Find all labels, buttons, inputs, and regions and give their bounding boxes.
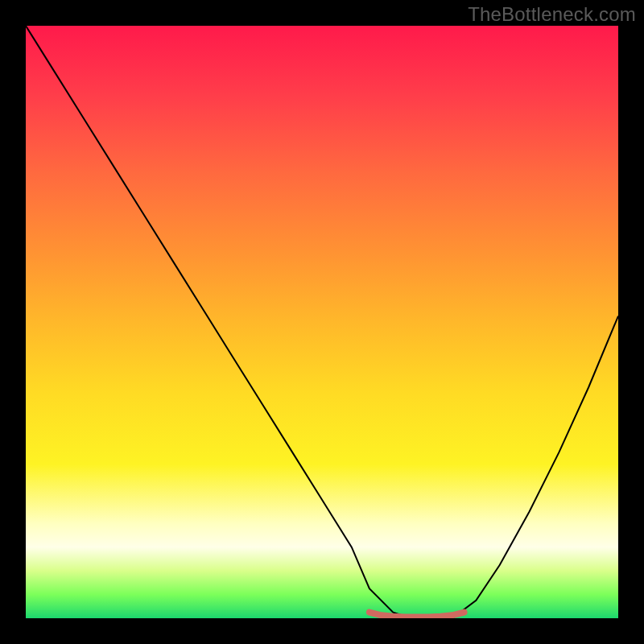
bottleneck-curve bbox=[26, 26, 618, 618]
optimal-zone-marker bbox=[369, 613, 464, 617]
watermark-label: TheBottleneck.com bbox=[468, 3, 636, 26]
curve-layer bbox=[26, 26, 618, 618]
chart-stage: TheBottleneck.com bbox=[0, 0, 644, 644]
plot-area bbox=[26, 26, 618, 618]
